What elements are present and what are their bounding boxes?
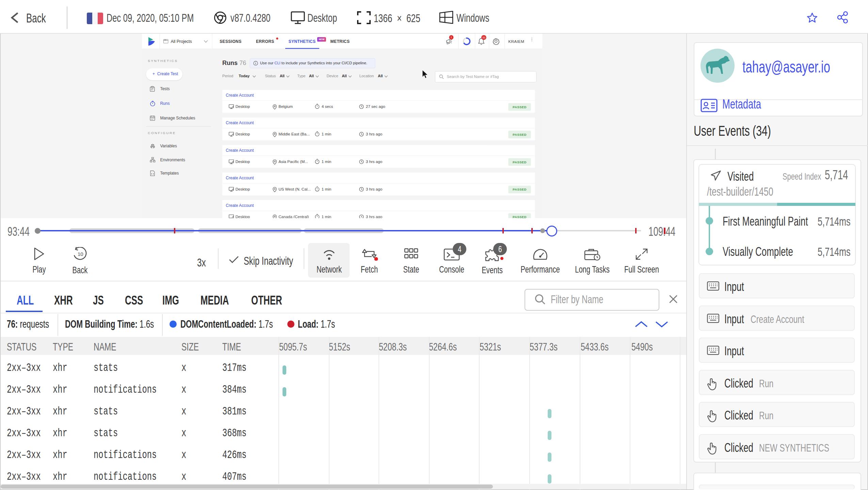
svg-text:10: 10 [78, 251, 83, 257]
